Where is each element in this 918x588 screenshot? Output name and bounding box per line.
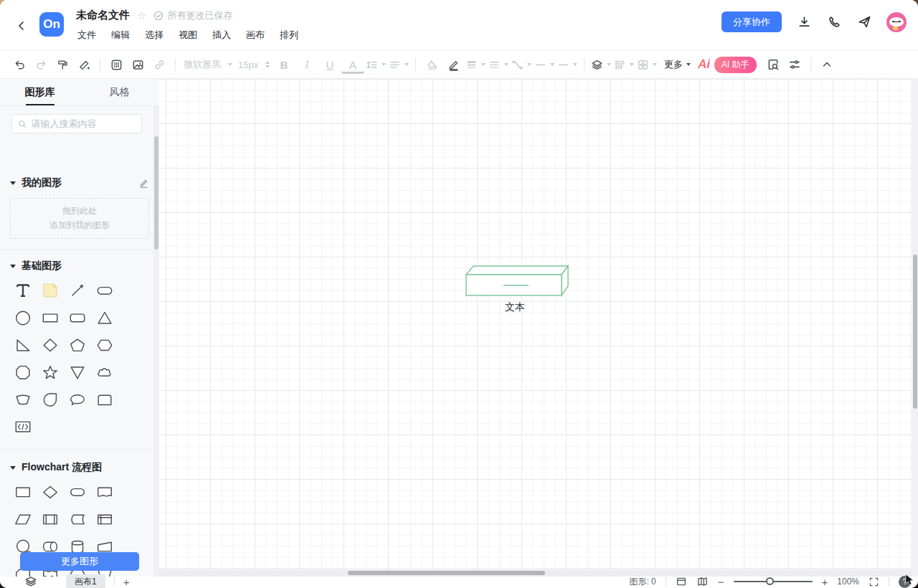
clear-format-button[interactable] bbox=[73, 54, 95, 75]
collapse-triangle-icon[interactable] bbox=[10, 466, 16, 470]
shape-pill-icon[interactable] bbox=[91, 277, 118, 304]
shape-stored-data-icon[interactable] bbox=[64, 506, 91, 533]
shape-terminator-icon[interactable] bbox=[64, 478, 91, 506]
fullscreen-icon[interactable] bbox=[869, 577, 879, 587]
shape-diamond-icon[interactable] bbox=[37, 331, 64, 359]
shape-code-block-icon[interactable] bbox=[9, 413, 37, 440]
menu-select[interactable]: 选择 bbox=[145, 29, 164, 42]
shape-pentagon-icon[interactable] bbox=[64, 331, 91, 359]
insert-component-button[interactable] bbox=[105, 54, 127, 75]
shape-decision-icon[interactable] bbox=[37, 478, 64, 506]
shape-octagon-icon[interactable] bbox=[9, 359, 37, 386]
shape-document-icon[interactable] bbox=[91, 478, 118, 506]
star-icon[interactable]: ☆ bbox=[137, 9, 146, 22]
edit-pencil-icon[interactable] bbox=[138, 178, 149, 189]
shape-internal-storage-icon[interactable] bbox=[91, 506, 118, 533]
more-shapes-button[interactable]: 更多图形 bbox=[20, 552, 139, 571]
size-stepper-icon[interactable] bbox=[265, 61, 270, 68]
zoom-in-button[interactable]: + bbox=[822, 576, 828, 588]
pages-layers-icon[interactable] bbox=[24, 575, 37, 588]
my-shapes-dropzone[interactable]: 拖到此处 添加到我的图形 bbox=[10, 198, 149, 239]
line-style-button[interactable] bbox=[487, 54, 510, 75]
bold-button[interactable]: B bbox=[273, 54, 295, 75]
shape-right-triangle-icon[interactable] bbox=[9, 331, 37, 359]
menu-view[interactable]: 视图 bbox=[179, 29, 197, 42]
send-button[interactable] bbox=[856, 14, 872, 30]
ai-assistant-button[interactable]: Ai AI 助手 bbox=[698, 57, 757, 73]
call-button[interactable] bbox=[826, 14, 842, 30]
document-title[interactable]: 未命名文件 bbox=[76, 9, 130, 22]
menu-canvas[interactable]: 画布 bbox=[246, 29, 265, 42]
menu-file[interactable]: 文件 bbox=[77, 29, 96, 42]
text-align-button[interactable] bbox=[387, 54, 410, 75]
line-width-button[interactable] bbox=[464, 54, 487, 75]
shape-cloud-icon[interactable] bbox=[91, 359, 118, 386]
font-color-button[interactable]: A bbox=[341, 58, 364, 74]
shape-rounded-rectangle-icon[interactable] bbox=[64, 304, 91, 331]
insert-image-button[interactable] bbox=[127, 54, 148, 75]
add-canvas-button[interactable]: + bbox=[123, 576, 130, 588]
canvas-tab-1[interactable]: 画布1 bbox=[66, 574, 105, 588]
shape-inverted-triangle-icon[interactable] bbox=[64, 359, 91, 386]
share-collaborate-button[interactable]: 分享协作 bbox=[721, 11, 782, 32]
align-objects-button[interactable] bbox=[612, 54, 635, 75]
settings-sliders-button[interactable] bbox=[784, 54, 805, 75]
line-end-arrow-button[interactable] bbox=[556, 54, 579, 75]
shape-predefined-process-icon[interactable] bbox=[37, 506, 64, 533]
shape-rounded-top-card-icon[interactable] bbox=[91, 386, 118, 413]
shape-hexagon-icon[interactable] bbox=[91, 331, 118, 359]
zoom-percent[interactable]: 100% bbox=[837, 577, 859, 587]
user-avatar[interactable] bbox=[886, 12, 907, 32]
font-family-select[interactable]: 微软雅黑 bbox=[181, 54, 235, 75]
shape-rectangle-icon[interactable] bbox=[37, 304, 64, 331]
shape-arrow-icon[interactable] bbox=[64, 277, 91, 304]
collapse-toolbar-button[interactable] bbox=[816, 54, 838, 75]
line-start-arrow-button[interactable] bbox=[533, 54, 556, 75]
drawing-canvas[interactable]: 文本 bbox=[159, 79, 918, 577]
vertical-scrollbar-thumb[interactable] bbox=[913, 255, 917, 409]
connector-type-button[interactable] bbox=[510, 54, 533, 75]
search-input[interactable] bbox=[31, 118, 136, 129]
collapse-triangle-icon[interactable] bbox=[10, 181, 16, 185]
find-replace-button[interactable] bbox=[762, 54, 784, 75]
app-logo[interactable]: On bbox=[39, 12, 64, 37]
vertical-scrollbar-track[interactable] bbox=[912, 79, 918, 577]
underline-button[interactable]: U bbox=[318, 54, 341, 75]
auto-fit-button[interactable] bbox=[635, 54, 658, 75]
zoom-out-button[interactable]: − bbox=[718, 576, 724, 588]
shape-teardrop-icon[interactable] bbox=[37, 386, 64, 413]
collapse-triangle-icon[interactable] bbox=[10, 265, 16, 268]
menu-insert[interactable]: 插入 bbox=[212, 29, 231, 42]
menu-edit[interactable]: 编辑 bbox=[111, 29, 130, 42]
shape-text-label[interactable]: 文本 bbox=[479, 301, 551, 314]
fill-color-button[interactable] bbox=[421, 54, 443, 75]
shape-text-icon[interactable] bbox=[9, 277, 37, 304]
layer-order-button[interactable] bbox=[590, 54, 612, 75]
shape-circle-icon[interactable] bbox=[9, 304, 37, 331]
menu-arrange[interactable]: 排列 bbox=[280, 29, 298, 42]
sidebar-scrollbar-track[interactable] bbox=[153, 106, 159, 577]
redo-button[interactable] bbox=[30, 54, 52, 75]
shape-search-box[interactable] bbox=[11, 114, 142, 133]
more-tools-button[interactable]: 更多 bbox=[663, 54, 692, 75]
shape-sticky-note-icon[interactable] bbox=[37, 277, 64, 304]
line-color-button[interactable] bbox=[443, 54, 464, 75]
minimap-icon[interactable] bbox=[696, 576, 709, 587]
shape-star-icon[interactable] bbox=[37, 359, 64, 386]
back-button[interactable] bbox=[13, 17, 30, 34]
download-button[interactable] bbox=[796, 14, 812, 30]
tab-style[interactable]: 风格 bbox=[80, 79, 159, 105]
sidebar-scrollbar-thumb[interactable] bbox=[154, 136, 158, 250]
horizontal-scrollbar-thumb[interactable] bbox=[348, 571, 545, 575]
my-shapes-header[interactable]: 我的图形 bbox=[0, 176, 159, 189]
line-height-button[interactable] bbox=[364, 54, 387, 75]
undo-button[interactable] bbox=[9, 54, 30, 75]
shape-data-icon[interactable] bbox=[9, 506, 37, 533]
shape-process-icon[interactable] bbox=[9, 478, 37, 506]
cuboid-shape[interactable] bbox=[457, 258, 600, 330]
italic-button[interactable]: I bbox=[295, 54, 318, 75]
zoom-slider[interactable] bbox=[734, 577, 813, 586]
zoom-slider-knob[interactable] bbox=[766, 577, 774, 585]
flowchart-header[interactable]: Flowchart 流程图 bbox=[0, 461, 159, 474]
format-painter-button[interactable] bbox=[52, 54, 73, 75]
